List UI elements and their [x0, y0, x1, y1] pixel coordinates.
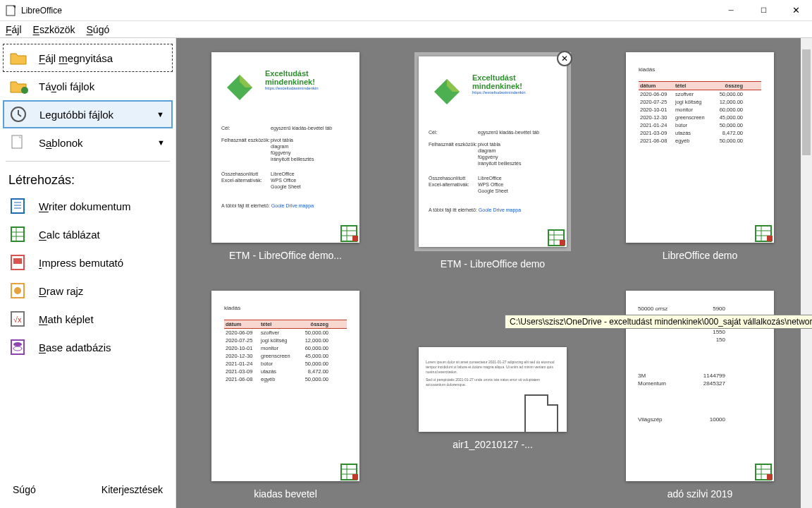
calc-badge-icon — [336, 457, 359, 481]
menu-tools[interactable]: Eszközök — [33, 24, 75, 35]
document-thumbnail[interactable]: ✕ Exceltudást mindenkinek! https://excel… — [398, 52, 588, 270]
svg-rect-13 — [13, 258, 22, 264]
create-math-button[interactable]: √x Math képlet — [3, 305, 173, 333]
document-thumbnail[interactable]: kiadás dátumtételösszeg 2020-06-09szoftv… — [190, 291, 381, 500]
create-calc-button[interactable]: Calc táblázat — [3, 220, 173, 248]
document-thumbnail[interactable]: kiadás dátumtételösszeg 2020-06-09szoftv… — [605, 52, 795, 270]
calc-badge-icon — [750, 219, 774, 243]
vertical-scrollbar[interactable] — [801, 38, 812, 508]
svg-rect-0 — [6, 6, 15, 16]
create-draw-button[interactable]: Draw rajz — [3, 277, 173, 305]
sidebar-extensions-link[interactable]: Kiterjesztések — [102, 484, 163, 495]
document-icon — [524, 394, 558, 432]
calc-badge-icon — [750, 457, 774, 481]
svg-rect-45 — [767, 474, 773, 480]
folder-remote-icon — [9, 78, 29, 95]
calc-badge-icon — [336, 219, 359, 243]
app-icon — [6, 5, 17, 16]
svg-point-1 — [21, 87, 28, 94]
document-thumbnail[interactable]: Exceltudást mindenkinek! https://exceltu… — [190, 52, 381, 270]
svg-rect-30 — [560, 240, 565, 246]
create-section-title: Létrehozás: — [3, 169, 173, 192]
svg-rect-8 — [11, 227, 24, 241]
calc-badge-icon — [543, 223, 567, 247]
scrollbar-thumb[interactable] — [802, 49, 811, 155]
window-title: LibreOffice — [21, 6, 715, 16]
recent-documents-area: Exceltudást mindenkinek! https://exceltu… — [176, 38, 812, 508]
menubar: Fájl Eszközök Súgó — [0, 21, 812, 38]
chevron-down-icon: ▼ — [157, 138, 165, 147]
path-tooltip: C:\Users\szisz\OneDrive - exceltudást mi… — [505, 315, 812, 329]
svg-rect-4 — [11, 199, 24, 213]
titlebar: LibreOffice ─ ☐ ✕ — [0, 0, 812, 21]
create-base-button[interactable]: Base adatbázis — [3, 333, 173, 361]
recent-files-button[interactable]: Legutóbbi fájlok ▼ — [3, 100, 173, 128]
folder-open-icon — [9, 49, 29, 66]
base-icon — [9, 339, 29, 356]
sidebar: Fájl megnyitása Távoli fájlok Legutóbbi … — [0, 38, 176, 508]
svg-rect-35 — [767, 236, 773, 241]
svg-point-19 — [13, 342, 22, 346]
template-icon — [9, 134, 29, 151]
svg-point-15 — [14, 287, 21, 294]
menu-file[interactable]: Fájl — [6, 24, 22, 35]
svg-rect-25 — [352, 236, 358, 241]
chevron-down-icon: ▼ — [156, 110, 164, 119]
remove-recent-icon[interactable]: ✕ — [557, 51, 572, 66]
separator — [6, 161, 170, 162]
math-icon: √x — [9, 310, 29, 327]
calc-icon — [9, 226, 29, 243]
clock-icon — [10, 106, 30, 123]
writer-icon — [9, 198, 29, 214]
close-button[interactable]: ✕ — [780, 0, 812, 21]
menu-help[interactable]: Súgó — [87, 24, 110, 35]
minimize-button[interactable]: ─ — [715, 0, 747, 21]
remote-files-button[interactable]: Távoli fájlok — [3, 72, 173, 100]
impress-icon — [9, 254, 29, 271]
templates-button[interactable]: Sablonok ▼ — [3, 128, 173, 157]
svg-rect-40 — [352, 474, 358, 480]
sidebar-help-link[interactable]: Súgó — [13, 484, 36, 495]
create-writer-button[interactable]: Writer dokumentum — [3, 192, 173, 220]
create-impress-button[interactable]: Impress bemutató — [3, 248, 173, 277]
draw-icon — [9, 282, 29, 299]
maximize-button[interactable]: ☐ — [747, 0, 780, 21]
svg-text:√x: √x — [13, 315, 22, 324]
open-file-button[interactable]: Fájl megnyitása — [3, 44, 173, 72]
